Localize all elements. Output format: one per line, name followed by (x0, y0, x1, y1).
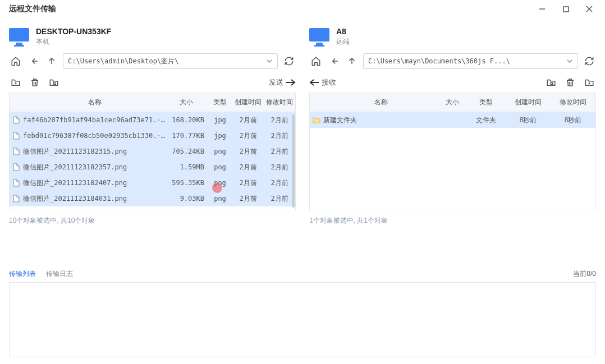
receive-button[interactable]: 接收 (309, 77, 336, 87)
transfer-progress: 当前0/0 (573, 269, 596, 279)
cell-type: 文件夹 (466, 116, 506, 125)
local-host-sub: 本机 (36, 37, 111, 47)
cell-mtime: 8秒前 (551, 116, 595, 125)
cell-mtime: 2月前 (264, 116, 295, 125)
cell-size: 705.24KB (168, 148, 208, 155)
file-icon (10, 148, 23, 155)
back-button[interactable] (327, 54, 341, 68)
monitor-icon (309, 28, 329, 46)
cell-type: jpg (208, 116, 232, 124)
cell-ctime: 2月前 (232, 178, 264, 188)
new-folder-button[interactable] (9, 76, 22, 89)
remote-host-name: A8 (336, 27, 350, 36)
up-button[interactable] (45, 54, 58, 68)
cell-name: 微信图片_20211123182407.png (23, 178, 168, 188)
send-arrow-icon (286, 79, 296, 86)
local-file-table[interactable]: 名称 大小 类型 创建时间 修改时间 faf46b207fb91af94ba1c… (9, 93, 296, 210)
new-folder-button[interactable] (583, 76, 596, 89)
remote-path-text: C:\Users\mayn\Documents\360js F...\ (368, 57, 510, 65)
table-row[interactable]: febd01c796387f08cb50e02935cb1330.···170.… (10, 128, 295, 144)
table-row[interactable]: 微信图片_20211123184031.png9.03KBpng2月前2月前 (10, 191, 295, 206)
cell-name: 微信图片_20211123182315.png (23, 147, 168, 156)
remote-file-table[interactable]: 名称 大小 类型 创建时间 修改时间 新建文件夹文件夹8秒前8秒前 (309, 93, 596, 210)
table-row[interactable]: 微信图片_20211123182407.png595.35KBpng2月前2月前 (10, 175, 295, 191)
window-title: 远程文件传输 (9, 4, 56, 14)
back-button[interactable] (27, 54, 40, 68)
remote-host-sub: 远端 (336, 37, 350, 47)
local-panel: DESKTOP-UN353KF 本机 C:\Users\admin\Deskto… (9, 18, 296, 265)
home-button[interactable] (309, 54, 323, 68)
file-icon (10, 116, 23, 124)
delete-button[interactable] (563, 76, 577, 89)
send-button[interactable]: 发送 (269, 77, 296, 87)
bottom-tabs: 传输列表 传输日志 当前0/0 (0, 265, 605, 282)
cell-name: 微信图片_20211123184031.png (23, 194, 168, 204)
cell-ctime: 2月前 (232, 194, 264, 204)
table-row[interactable]: 微信图片_20211123182357.png1.59MBpng2月前2月前 (10, 159, 295, 175)
cell-ctime: 2月前 (232, 163, 264, 172)
table-row[interactable]: faf46b207fb91af94ba1cec96ad73e71.···168.… (10, 112, 295, 128)
cell-ctime: 2月前 (232, 147, 264, 156)
cell-size: 1.59MB (168, 163, 208, 171)
search-folder-button[interactable] (47, 76, 61, 89)
cell-ctime: 2月前 (232, 131, 264, 141)
minimize-button[interactable] (531, 1, 553, 17)
table-header: 名称 大小 类型 创建时间 修改时间 (310, 93, 595, 112)
cell-type: png (208, 163, 232, 171)
folder-icon (310, 117, 323, 123)
remote-path-combo[interactable]: C:\Users\mayn\Documents\360js F...\ (363, 53, 578, 69)
local-path-combo[interactable]: C:\Users\admin\Desktop\图片\ (63, 53, 278, 69)
cell-type: png (208, 195, 232, 202)
svg-point-4 (53, 82, 56, 85)
cell-mtime: 2月前 (264, 194, 295, 204)
chevron-down-icon (566, 58, 573, 64)
receive-arrow-icon (309, 79, 319, 86)
cell-name: febd01c796387f08cb50e02935cb1330.··· (23, 132, 168, 140)
cell-size: 595.35KB (168, 179, 208, 187)
cell-mtime: 2月前 (264, 178, 295, 188)
cell-type: jpg (208, 132, 232, 140)
tab-transfer-list[interactable]: 传输列表 (9, 269, 36, 279)
cell-ctime: 8秒前 (506, 116, 551, 125)
transfer-log-area (9, 282, 596, 357)
file-icon (10, 163, 23, 171)
file-icon (10, 132, 23, 140)
local-path-text: C:\Users\admin\Desktop\图片\ (68, 57, 178, 66)
cell-mtime: 2月前 (264, 163, 295, 172)
remote-status: 1个对象被选中, 共1个对象 (309, 216, 596, 225)
cell-mtime: 2月前 (264, 131, 295, 141)
cell-mtime: 2月前 (264, 147, 295, 156)
svg-point-5 (551, 82, 553, 85)
delete-button[interactable] (28, 76, 42, 89)
remote-panel: A8 远端 C:\Users\mayn\Documents\360js F...… (309, 18, 596, 265)
cell-type: png (208, 148, 232, 155)
file-icon (10, 195, 23, 202)
up-button[interactable] (345, 54, 359, 68)
refresh-button[interactable] (583, 54, 596, 68)
cell-name: faf46b207fb91af94ba1cec96ad73e71.··· (23, 116, 168, 124)
titlebar: 远程文件传输 (0, 0, 605, 18)
scrollbar[interactable] (292, 114, 295, 208)
search-folder-button[interactable] (544, 76, 558, 89)
local-host-name: DESKTOP-UN353KF (36, 27, 111, 36)
file-icon (10, 179, 23, 187)
cell-type: png (208, 179, 232, 187)
table-row[interactable]: 微信图片_20211123182315.png705.24KBpng2月前2月前 (10, 144, 295, 159)
chevron-down-icon (266, 58, 273, 64)
close-button[interactable] (578, 1, 601, 17)
cell-name: 新建文件夹 (323, 116, 438, 125)
home-button[interactable] (9, 54, 22, 68)
local-status: 10个对象被选中, 共10个对象 (9, 216, 296, 225)
cell-name: 微信图片_20211123182357.png (23, 163, 168, 172)
refresh-button[interactable] (282, 54, 296, 68)
tab-transfer-log[interactable]: 传输日志 (46, 269, 73, 279)
cell-size: 170.77KB (168, 132, 208, 140)
cell-size: 9.03KB (168, 195, 208, 202)
table-header: 名称 大小 类型 创建时间 修改时间 (10, 93, 295, 112)
cell-size: 168.20KB (168, 116, 208, 124)
maximize-button[interactable] (554, 1, 577, 17)
monitor-icon (9, 28, 29, 46)
cell-ctime: 2月前 (232, 116, 264, 125)
table-row[interactable]: 新建文件夹文件夹8秒前8秒前 (310, 112, 595, 128)
svg-rect-1 (563, 7, 569, 12)
